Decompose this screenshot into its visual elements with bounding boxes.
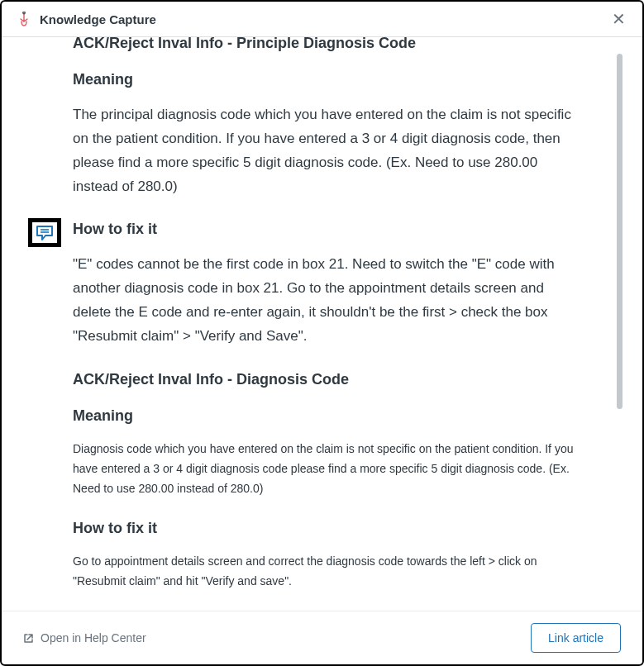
help-center-label: Open in Help Center (41, 631, 146, 645)
fix-heading: How to fix it (73, 221, 584, 238)
meaning-text: Diagnosis code which you have entered on… (73, 440, 584, 498)
knowledge-capture-modal: Knowledge Capture ✕ ACK/Reject Inval Inf… (0, 0, 644, 666)
comment-badge[interactable] (28, 218, 61, 247)
link-article-button[interactable]: Link article (531, 623, 621, 653)
scrollbar-thumb[interactable] (617, 54, 623, 409)
meaning-heading: Meaning (73, 407, 584, 425)
section-heading: ACK/Reject Inval Info - Principle Diagno… (73, 37, 584, 53)
meaning-heading: Meaning (73, 71, 584, 88)
fix-text: Go to appointment details screen and cor… (73, 552, 584, 592)
article-content[interactable]: ACK/Reject Inval Info - Principle Diagno… (2, 37, 642, 611)
meaning-text: The principal diagnosis code which you h… (73, 103, 584, 199)
speech-bubble-icon (36, 226, 53, 240)
modal-footer: Open in Help Center Link article (2, 611, 642, 664)
modal-title: Knowledge Capture (40, 12, 156, 26)
fix-heading: How to fix it (73, 520, 584, 537)
modal-header: Knowledge Capture ✕ (2, 2, 642, 37)
close-button[interactable]: ✕ (608, 7, 629, 31)
close-icon: ✕ (612, 10, 626, 28)
section-heading: ACK/Reject Inval Info - Diagnosis Code (73, 370, 584, 389)
content-wrapper: ACK/Reject Inval Info - Principle Diagno… (2, 37, 642, 611)
open-help-center-link[interactable]: Open in Help Center (23, 631, 146, 645)
fix-text: "E" codes cannot be the first code in bo… (73, 253, 584, 349)
app-icon (17, 12, 31, 26)
external-link-icon (23, 633, 34, 644)
